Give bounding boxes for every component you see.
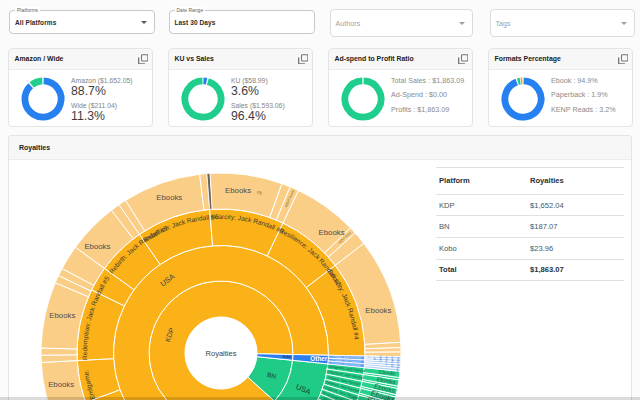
svg-text:Ebooks: Ebooks (48, 380, 74, 389)
svg-text:Ebooks: Ebooks (49, 311, 75, 320)
svg-text:Ebooks: Ebooks (156, 193, 182, 202)
svg-text:Ebooks: Ebooks (365, 306, 391, 315)
svg-text:Royalties: Royalties (206, 349, 237, 358)
svg-text:Other: Other (310, 355, 328, 362)
svg-text:Kobo: Kobo (283, 355, 291, 359)
svg-text:Ebooks: Ebooks (319, 228, 345, 237)
svg-text:Ebooks: Ebooks (225, 186, 251, 195)
svg-text:Ebooks: Ebooks (84, 242, 110, 251)
